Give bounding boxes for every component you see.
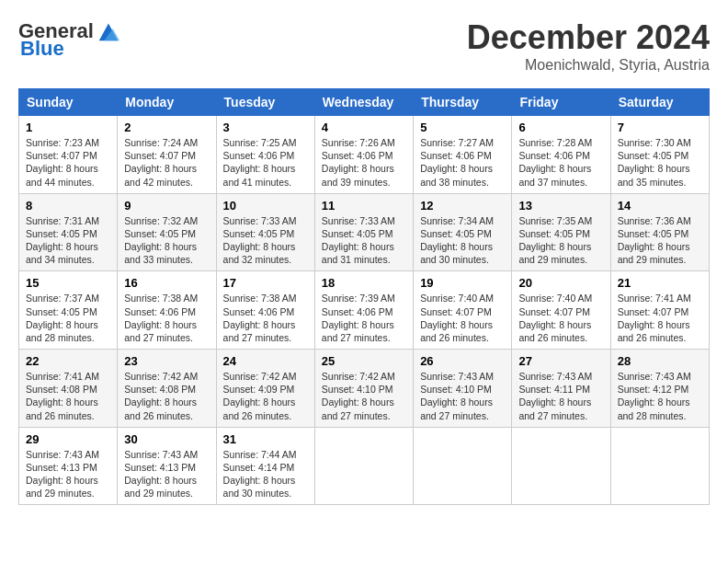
day-cell-29: 29 Sunrise: 7:43 AM Sunset: 4:13 PM Dayl…: [19, 427, 118, 505]
logo-blue: Blue: [20, 37, 64, 61]
day-cell-9: 9 Sunrise: 7:32 AM Sunset: 4:05 PM Dayli…: [118, 193, 216, 271]
day-number: 31: [223, 432, 308, 446]
header-friday: Friday: [512, 89, 610, 116]
day-number: 5: [420, 121, 505, 134]
title-area: December 2024 Moenichwald, Styria, Austr…: [467, 18, 710, 74]
day-info: Sunrise: 7:42 AM Sunset: 4:10 PM Dayligh…: [322, 370, 406, 422]
day-number: 1: [26, 121, 110, 134]
day-number: 28: [618, 354, 702, 368]
day-info: Sunrise: 7:27 AM Sunset: 4:06 PM Dayligh…: [420, 136, 505, 189]
day-number: 16: [124, 276, 209, 290]
day-cell-30: 30 Sunrise: 7:43 AM Sunset: 4:13 PM Dayl…: [118, 427, 216, 505]
day-cell-14: 14 Sunrise: 7:36 AM Sunset: 4:05 PM Dayl…: [610, 193, 709, 271]
empty-cell: [314, 427, 413, 505]
day-cell-31: 31 Sunrise: 7:44 AM Sunset: 4:14 PM Dayl…: [216, 427, 314, 505]
day-cell-1: 1 Sunrise: 7:23 AM Sunset: 4:07 PM Dayli…: [19, 116, 118, 194]
day-number: 22: [26, 354, 110, 368]
day-cell-2: 2 Sunrise: 7:24 AM Sunset: 4:07 PM Dayli…: [118, 116, 216, 194]
day-number: 8: [26, 199, 110, 213]
day-number: 10: [223, 199, 308, 213]
day-number: 3: [223, 121, 308, 134]
day-number: 14: [618, 199, 702, 213]
header-saturday: Saturday: [610, 89, 709, 116]
day-number: 20: [518, 276, 603, 290]
day-cell-3: 3 Sunrise: 7:25 AM Sunset: 4:06 PM Dayli…: [216, 116, 314, 194]
day-number: 25: [322, 354, 406, 368]
day-info: Sunrise: 7:32 AM Sunset: 4:05 PM Dayligh…: [124, 214, 209, 267]
day-cell-20: 20 Sunrise: 7:40 AM Sunset: 4:07 PM Dayl…: [512, 271, 610, 350]
day-number: 17: [223, 276, 308, 290]
day-number: 27: [518, 354, 603, 368]
logo-icon: [96, 18, 121, 44]
empty-cell: [610, 427, 709, 505]
day-cell-5: 5 Sunrise: 7:27 AM Sunset: 4:06 PM Dayli…: [414, 116, 512, 194]
day-info: Sunrise: 7:41 AM Sunset: 4:07 PM Dayligh…: [618, 292, 702, 344]
day-cell-22: 22 Sunrise: 7:41 AM Sunset: 4:08 PM Dayl…: [19, 350, 118, 428]
day-info: Sunrise: 7:43 AM Sunset: 4:13 PM Dayligh…: [124, 448, 209, 500]
day-number: 4: [322, 121, 406, 134]
day-info: Sunrise: 7:38 AM Sunset: 4:06 PM Dayligh…: [124, 292, 209, 344]
day-info: Sunrise: 7:34 AM Sunset: 4:05 PM Dayligh…: [420, 214, 505, 267]
day-cell-21: 21 Sunrise: 7:41 AM Sunset: 4:07 PM Dayl…: [610, 271, 709, 350]
header-thursday: Thursday: [414, 89, 512, 116]
empty-cell: [414, 427, 512, 505]
day-number: 15: [26, 276, 110, 290]
day-cell-12: 12 Sunrise: 7:34 AM Sunset: 4:05 PM Dayl…: [414, 193, 512, 271]
day-number: 9: [124, 199, 209, 213]
day-info: Sunrise: 7:33 AM Sunset: 4:05 PM Dayligh…: [223, 214, 308, 267]
day-info: Sunrise: 7:43 AM Sunset: 4:13 PM Dayligh…: [26, 448, 110, 500]
day-info: Sunrise: 7:40 AM Sunset: 4:07 PM Dayligh…: [518, 292, 603, 344]
day-number: 6: [518, 121, 603, 134]
day-info: Sunrise: 7:41 AM Sunset: 4:08 PM Dayligh…: [26, 370, 110, 422]
day-number: 29: [26, 432, 110, 446]
day-info: Sunrise: 7:23 AM Sunset: 4:07 PM Dayligh…: [26, 136, 110, 189]
day-cell-10: 10 Sunrise: 7:33 AM Sunset: 4:05 PM Dayl…: [216, 193, 314, 271]
day-cell-16: 16 Sunrise: 7:38 AM Sunset: 4:06 PM Dayl…: [118, 271, 216, 350]
day-info: Sunrise: 7:26 AM Sunset: 4:06 PM Dayligh…: [322, 136, 406, 189]
day-cell-26: 26 Sunrise: 7:43 AM Sunset: 4:10 PM Dayl…: [414, 350, 512, 428]
day-info: Sunrise: 7:30 AM Sunset: 4:05 PM Dayligh…: [618, 136, 702, 189]
day-info: Sunrise: 7:40 AM Sunset: 4:07 PM Dayligh…: [420, 292, 505, 344]
day-number: 23: [124, 354, 209, 368]
day-cell-27: 27 Sunrise: 7:43 AM Sunset: 4:11 PM Dayl…: [512, 350, 610, 428]
day-number: 11: [322, 199, 406, 213]
day-cell-25: 25 Sunrise: 7:42 AM Sunset: 4:10 PM Dayl…: [314, 350, 413, 428]
day-info: Sunrise: 7:43 AM Sunset: 4:12 PM Dayligh…: [618, 370, 702, 422]
day-info: Sunrise: 7:35 AM Sunset: 4:05 PM Dayligh…: [518, 214, 603, 267]
day-number: 26: [420, 354, 505, 368]
page-header: General Blue December 2024 Moenichwald, …: [18, 18, 710, 74]
location-subtitle: Moenichwald, Styria, Austria: [467, 57, 710, 74]
day-cell-8: 8 Sunrise: 7:31 AM Sunset: 4:05 PM Dayli…: [19, 193, 118, 271]
day-number: 30: [124, 432, 209, 446]
day-cell-24: 24 Sunrise: 7:42 AM Sunset: 4:09 PM Dayl…: [216, 350, 314, 428]
weekday-header-row: Sunday Monday Tuesday Wednesday Thursday…: [19, 89, 710, 116]
header-sunday: Sunday: [19, 89, 118, 116]
day-info: Sunrise: 7:42 AM Sunset: 4:08 PM Dayligh…: [124, 370, 209, 422]
day-number: 13: [518, 199, 603, 213]
header-tuesday: Tuesday: [216, 89, 314, 116]
day-cell-4: 4 Sunrise: 7:26 AM Sunset: 4:06 PM Dayli…: [314, 116, 413, 194]
day-number: 12: [420, 199, 505, 213]
day-info: Sunrise: 7:43 AM Sunset: 4:11 PM Dayligh…: [518, 370, 603, 422]
calendar-week-row: 22 Sunrise: 7:41 AM Sunset: 4:08 PM Dayl…: [19, 350, 710, 428]
calendar-week-row: 29 Sunrise: 7:43 AM Sunset: 4:13 PM Dayl…: [19, 427, 710, 505]
day-info: Sunrise: 7:44 AM Sunset: 4:14 PM Dayligh…: [223, 448, 308, 500]
day-info: Sunrise: 7:31 AM Sunset: 4:05 PM Dayligh…: [26, 214, 110, 267]
calendar-week-row: 15 Sunrise: 7:37 AM Sunset: 4:05 PM Dayl…: [19, 271, 710, 350]
day-info: Sunrise: 7:28 AM Sunset: 4:06 PM Dayligh…: [518, 136, 603, 189]
day-info: Sunrise: 7:33 AM Sunset: 4:05 PM Dayligh…: [322, 214, 406, 267]
day-number: 2: [124, 121, 209, 134]
day-cell-19: 19 Sunrise: 7:40 AM Sunset: 4:07 PM Dayl…: [414, 271, 512, 350]
header-monday: Monday: [118, 89, 216, 116]
day-cell-13: 13 Sunrise: 7:35 AM Sunset: 4:05 PM Dayl…: [512, 193, 610, 271]
day-cell-18: 18 Sunrise: 7:39 AM Sunset: 4:06 PM Dayl…: [314, 271, 413, 350]
day-cell-7: 7 Sunrise: 7:30 AM Sunset: 4:05 PM Dayli…: [610, 116, 709, 194]
calendar-week-row: 1 Sunrise: 7:23 AM Sunset: 4:07 PM Dayli…: [19, 116, 710, 194]
day-info: Sunrise: 7:24 AM Sunset: 4:07 PM Dayligh…: [124, 136, 209, 189]
day-info: Sunrise: 7:38 AM Sunset: 4:06 PM Dayligh…: [223, 292, 308, 344]
day-cell-6: 6 Sunrise: 7:28 AM Sunset: 4:06 PM Dayli…: [512, 116, 610, 194]
day-number: 18: [322, 276, 406, 290]
calendar-week-row: 8 Sunrise: 7:31 AM Sunset: 4:05 PM Dayli…: [19, 193, 710, 271]
empty-cell: [512, 427, 610, 505]
header-wednesday: Wednesday: [314, 89, 413, 116]
